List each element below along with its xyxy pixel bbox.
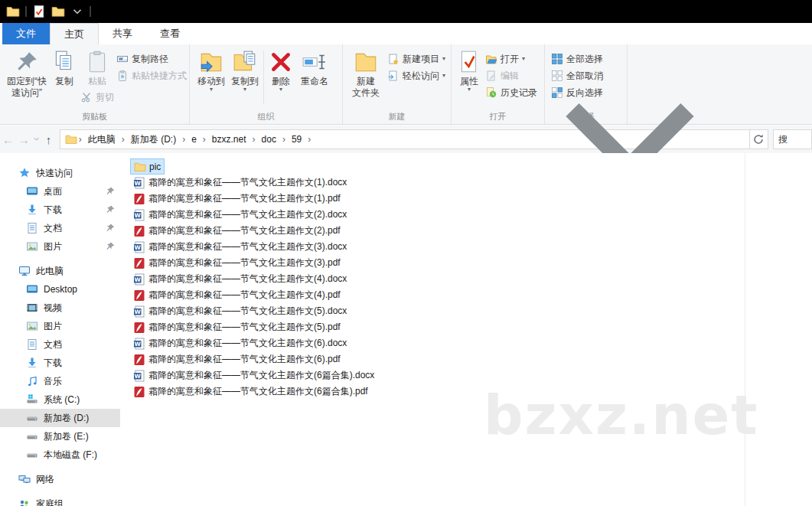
paste-shortcut-button[interactable]: 粘贴快捷方式 (115, 67, 188, 84)
breadcrumb-item[interactable]: 此电脑 (83, 133, 120, 146)
chevron-down-icon: ▾ (243, 87, 246, 92)
copy-path-button[interactable]: W… 复制路径 (115, 51, 188, 67)
sidebar-item[interactable]: 系统 (C:) (0, 390, 120, 409)
sidebar-item[interactable]: 本地磁盘 (F:) (0, 446, 120, 464)
sidebar-item[interactable]: 图片 (0, 317, 120, 335)
file-name: 霜降的寓意和象征——节气文化主题作文(3).pdf (148, 256, 341, 269)
pin-icon (14, 49, 40, 75)
file-row[interactable]: 霜降的寓意和象征——节气文化主题作文(6篇合集).pdf (130, 384, 371, 400)
sidebar-item[interactable]: 新加卷 (D:) (0, 409, 120, 427)
breadcrumb-item[interactable]: doc (257, 134, 281, 145)
sidebar-item-star[interactable]: 快速访问 (0, 164, 120, 182)
organize-group: 移动到 ▾ 复制到 ▾ 删除 ▾ 重命名 组 (190, 44, 343, 124)
file-row[interactable]: W霜降的寓意和象征——节气文化主题作文(3).docx (130, 239, 350, 255)
properties-button[interactable]: 属性 ▾ (456, 47, 482, 93)
new-folder-icon[interactable] (51, 5, 65, 18)
sidebar-item-homegroup[interactable]: 家庭组 (0, 495, 120, 506)
pin-to-quick-access-label: 固定到“快 速访问” (7, 76, 47, 99)
sidebar-item[interactable]: 音乐 (0, 372, 120, 390)
pin-icon (105, 241, 116, 252)
sidebar-item[interactable]: 桌面 (0, 182, 120, 201)
computer-icon (18, 265, 31, 277)
chevron-down-icon[interactable] (70, 5, 84, 18)
forward-button[interactable]: → (16, 133, 32, 146)
file-name: 霜降的寓意和象征——节气文化主题作文(4).pdf (148, 289, 341, 302)
breadcrumb-chevron-icon: › (251, 134, 257, 145)
file-row[interactable]: W霜降的寓意和象征——节气文化主题作文(6).docx (130, 335, 350, 351)
sidebar-item[interactable]: 文档 (0, 219, 120, 237)
copy-label: 复制 (55, 76, 73, 87)
file-row[interactable]: W霜降的寓意和象征——节气文化主题作文(5).docx (130, 303, 350, 319)
sidebar-item-label: 新加卷 (D:) (44, 412, 120, 425)
file-row[interactable]: 霜降的寓意和象征——节气文化主题作文(2).pdf (130, 223, 344, 239)
tab-home[interactable]: 主页 (50, 23, 99, 44)
file-row[interactable]: W霜降的寓意和象征——节气文化主题作文(4).docx (130, 271, 350, 287)
word-file-icon: W (133, 273, 145, 286)
copy-button[interactable]: 复制 (49, 47, 80, 89)
file-row[interactable]: W霜降的寓意和象征——节气文化主题作文(2).docx (130, 207, 350, 223)
pdf-file-icon (133, 225, 145, 237)
separator (90, 6, 91, 17)
file-name: 霜降的寓意和象征——节气文化主题作文(1).pdf (148, 192, 341, 205)
sidebar-item-computer[interactable]: 此电脑 (0, 262, 120, 280)
sidebar-item[interactable]: 视频 (0, 299, 120, 317)
refresh-button[interactable] (750, 129, 768, 149)
file-row[interactable]: 霜降的寓意和象征——节气文化主题作文(6).pdf (130, 351, 344, 367)
sidebar-item-network[interactable]: 网络 (0, 470, 120, 488)
move-to-button[interactable]: 移动到 ▾ (194, 47, 228, 93)
new-item-icon (387, 53, 399, 65)
svg-text:W: W (135, 179, 142, 186)
file-row[interactable]: 霜降的寓意和象征——节气文化主题作文(5).pdf (130, 319, 344, 335)
sidebar-item-label: 桌面 (44, 185, 99, 198)
sidebar-section: 家庭组 (0, 495, 120, 506)
easy-access-button[interactable]: 轻松访问 ▾ (386, 67, 447, 84)
file-name: 霜降的寓意和象征——节气文化主题作文(6篇合集).docx (148, 369, 374, 382)
new-folder-button[interactable]: 新建 文件夹 (349, 47, 383, 100)
file-row[interactable]: W霜降的寓意和象征——节气文化主题作文(1).docx (130, 175, 350, 191)
file-row[interactable]: 霜降的寓意和象征——节气文化主题作文(3).pdf (130, 255, 344, 271)
cut-button[interactable]: 剪切 (79, 89, 116, 106)
pdf-file-icon (133, 322, 145, 334)
tab-file[interactable]: 文件 (2, 23, 50, 44)
file-row[interactable]: 霜降的寓意和象征——节气文化主题作文(4).pdf (130, 287, 344, 303)
new-item-button[interactable]: 新建项目 ▾ (386, 51, 447, 67)
file-name: pic (149, 162, 161, 172)
sidebar-section: 此电脑Desktop视频图片文档下载音乐系统 (C:)新加卷 (D:)新加卷 (… (0, 262, 120, 464)
file-row[interactable]: pic (130, 158, 165, 175)
sidebar-item[interactable]: 新加卷 (E:) (0, 427, 120, 446)
search-input[interactable]: 搜 (773, 129, 812, 149)
sidebar-item[interactable]: 图片 (0, 237, 120, 256)
breadcrumb-item[interactable]: bzxz.net (207, 134, 251, 145)
tab-share[interactable]: 共享 (99, 23, 146, 44)
paste-button[interactable]: 粘贴 (82, 47, 113, 89)
tab-view[interactable]: 查看 (146, 23, 194, 44)
sidebar-item[interactable]: 下载 (0, 201, 120, 219)
history-icon (485, 87, 497, 99)
breadcrumb-item[interactable]: e (187, 134, 201, 145)
file-row[interactable]: W霜降的寓意和象征——节气文化主题作文(6篇合集).docx (130, 367, 377, 384)
quick-access-folder-icon[interactable] (6, 5, 20, 18)
breadcrumb[interactable]: ›此电脑›新加卷 (D:)›e›bzxz.net›doc›59› (60, 129, 750, 149)
file-row[interactable]: 霜降的寓意和象征——节气文化主题作文(1).pdf (130, 191, 344, 207)
copy-to-button[interactable]: 复制到 ▾ (228, 47, 262, 93)
sidebar-item[interactable]: 下载 (0, 354, 120, 372)
breadcrumb-item[interactable]: 59 (287, 134, 306, 145)
rename-button[interactable]: 重命名 (296, 47, 333, 89)
sidebar-item[interactable]: Desktop (0, 280, 120, 299)
download-icon (26, 357, 38, 369)
paste-shortcut-icon (116, 70, 129, 82)
pin-to-quick-access-button[interactable]: 固定到“快 速访问” (5, 47, 49, 100)
desktop-icon (26, 283, 38, 295)
breadcrumb-item[interactable]: 新加卷 (D:) (126, 133, 181, 146)
scissors-icon (80, 91, 93, 103)
star-icon (18, 167, 31, 179)
back-button[interactable]: ← (0, 133, 16, 146)
delete-button[interactable]: 删除 ▾ (266, 47, 296, 93)
recent-locations-chevron-icon[interactable] (32, 135, 41, 143)
easy-access-label: 轻松访问 (403, 70, 439, 83)
properties-icon[interactable] (32, 5, 46, 18)
up-button[interactable]: ↑ (41, 133, 57, 146)
picture-icon (26, 240, 38, 253)
sidebar-item[interactable]: 文档 (0, 335, 120, 354)
breadcrumb-chevron-icon: › (201, 134, 207, 145)
